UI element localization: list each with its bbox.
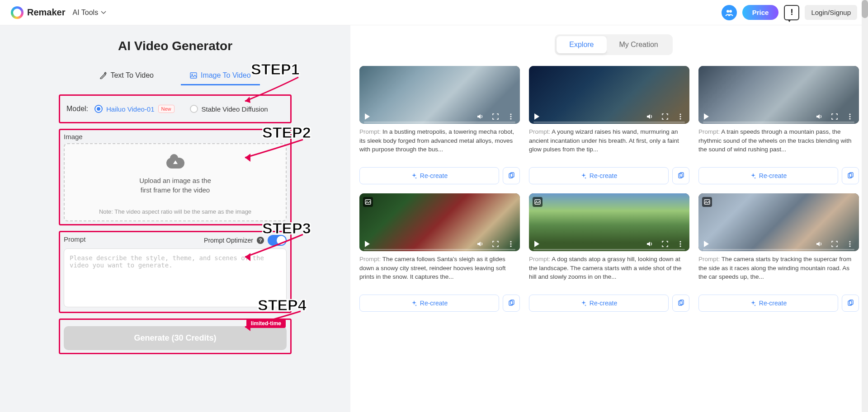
volume-icon[interactable]	[646, 113, 653, 120]
more-icon[interactable]	[677, 240, 684, 248]
more-icon[interactable]	[507, 240, 514, 248]
copy-icon	[677, 172, 684, 179]
logo[interactable]: Remaker	[11, 6, 66, 19]
model-option-hailuo[interactable]: Hailuo Video-01 New	[94, 105, 174, 113]
tab-explore[interactable]: Explore	[557, 36, 606, 53]
copy-button[interactable]	[503, 167, 520, 184]
svg-point-1	[729, 10, 732, 13]
video-thumbnail[interactable]	[359, 193, 520, 251]
scrollbar[interactable]	[862, 0, 868, 412]
svg-marker-4	[245, 97, 250, 103]
play-icon[interactable]	[365, 113, 370, 120]
fullscreen-icon[interactable]	[661, 113, 669, 120]
progress-bar[interactable]	[703, 249, 854, 250]
upload-text: Upload an image as the first frame for t…	[74, 176, 277, 195]
svg-point-41	[849, 245, 850, 247]
play-icon[interactable]	[365, 241, 370, 247]
svg-point-40	[849, 243, 850, 244]
video-thumbnail[interactable]	[698, 193, 859, 251]
sparkle-icon	[580, 300, 587, 306]
tab-text-label: Text To Video	[110, 71, 153, 80]
svg-point-19	[849, 116, 850, 117]
logo-icon	[11, 6, 24, 19]
copy-button[interactable]	[672, 295, 689, 312]
fullscreen-icon[interactable]	[831, 240, 838, 248]
svg-rect-2	[190, 73, 197, 78]
ai-tools-dropdown[interactable]: AI Tools	[73, 9, 107, 17]
svg-point-25	[510, 241, 511, 242]
progress-bar[interactable]	[703, 122, 854, 123]
play-icon[interactable]	[704, 241, 709, 247]
copy-icon	[847, 300, 854, 307]
play-icon[interactable]	[704, 113, 709, 120]
model1-label: Hailuo Video-01	[106, 105, 154, 113]
svg-marker-5	[245, 154, 250, 162]
left-panel: AI Video Generator Text To Video Image T…	[0, 25, 350, 412]
price-button[interactable]: Price	[742, 5, 779, 20]
fullscreen-icon[interactable]	[661, 240, 669, 248]
svg-point-27	[510, 245, 511, 247]
volume-icon[interactable]	[646, 240, 653, 248]
copy-button[interactable]	[672, 167, 689, 184]
sparkle-icon	[750, 300, 756, 306]
card-description: Prompt: The camera follows Santa's sleig…	[359, 255, 520, 291]
play-icon[interactable]	[534, 241, 539, 247]
gallery-card: Prompt: A dog stands atop a grassy hill,…	[529, 193, 689, 312]
video-thumbnail[interactable]	[529, 193, 689, 251]
svg-point-26	[510, 243, 511, 244]
recreate-button[interactable]: Re-create	[359, 167, 499, 184]
copy-button[interactable]	[503, 295, 520, 312]
tab-my-creation[interactable]: My Creation	[607, 36, 671, 53]
volume-icon[interactable]	[476, 240, 484, 248]
login-signup-button[interactable]: Login/Signup	[805, 5, 857, 20]
header-left: Remaker AI Tools	[11, 6, 106, 19]
svg-point-13	[679, 113, 681, 115]
upload-note: Note: The video aspect ratio will be the…	[74, 208, 277, 215]
play-icon[interactable]	[534, 113, 539, 120]
svg-point-14	[679, 116, 681, 117]
community-icon[interactable]	[722, 5, 737, 20]
gallery-card: Prompt: A train speeds through a mountai…	[698, 66, 859, 184]
svg-point-10	[510, 118, 511, 119]
svg-point-18	[849, 113, 850, 115]
gallery-card: Prompt: In a bustling metropolis, a towe…	[359, 66, 520, 184]
recreate-button[interactable]: Re-create	[698, 167, 838, 184]
volume-icon[interactable]	[816, 113, 823, 120]
copy-button[interactable]	[842, 295, 859, 312]
image-source-badge	[363, 197, 373, 207]
limited-time-badge: limited-time	[246, 319, 286, 328]
radio-checked-icon	[94, 105, 103, 113]
fullscreen-icon[interactable]	[492, 113, 499, 120]
video-thumbnail[interactable]	[698, 66, 859, 124]
recreate-button[interactable]: Re-create	[529, 167, 669, 184]
video-thumbnail[interactable]	[359, 66, 520, 124]
recreate-button[interactable]: Re-create	[529, 295, 669, 312]
more-icon[interactable]	[846, 113, 854, 120]
copy-button[interactable]	[842, 167, 859, 184]
copy-icon	[508, 300, 515, 307]
fullscreen-icon[interactable]	[492, 240, 499, 248]
page-title: AI Video Generator	[59, 39, 292, 53]
progress-bar[interactable]	[364, 122, 515, 123]
recreate-button[interactable]: Re-create	[359, 295, 499, 312]
svg-point-0	[726, 10, 729, 13]
progress-bar[interactable]	[533, 122, 685, 123]
fullscreen-icon[interactable]	[831, 113, 838, 120]
volume-icon[interactable]	[816, 240, 823, 248]
brand-name: Remaker	[27, 7, 66, 18]
sparkle-icon	[580, 173, 587, 179]
feedback-icon[interactable]: !	[784, 5, 799, 20]
volume-icon[interactable]	[476, 113, 484, 120]
svg-point-33	[679, 243, 681, 244]
svg-point-9	[510, 116, 511, 117]
progress-bar[interactable]	[533, 249, 685, 250]
tab-text-to-video[interactable]: Text To Video	[90, 67, 162, 85]
svg-point-15	[679, 118, 681, 119]
progress-bar[interactable]	[364, 249, 515, 250]
more-icon[interactable]	[507, 113, 514, 120]
step3-arrow-icon	[240, 232, 307, 264]
video-thumbnail[interactable]	[529, 66, 689, 124]
more-icon[interactable]	[846, 240, 854, 248]
more-icon[interactable]	[677, 113, 684, 120]
recreate-button[interactable]: Re-create	[698, 295, 838, 312]
